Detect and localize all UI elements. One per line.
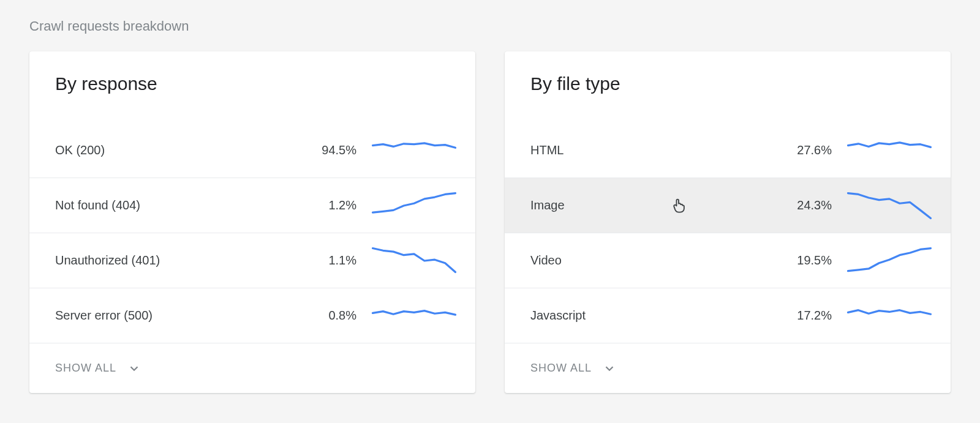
chevron-down-icon bbox=[603, 362, 616, 375]
show-all-label: SHOW ALL bbox=[530, 362, 592, 375]
row-label: Server error (500) bbox=[55, 309, 289, 323]
card-title-by-file-type: By file type bbox=[505, 51, 951, 122]
row-pct: 94.5% bbox=[289, 143, 356, 157]
show-all-button[interactable]: SHOW ALL bbox=[29, 343, 475, 393]
row-label: Not found (404) bbox=[55, 198, 289, 212]
row-pct: 19.5% bbox=[764, 253, 832, 268]
cards-container: By response OK (200) 94.5% Not found (40… bbox=[29, 51, 951, 393]
page-title: Crawl requests breakdown bbox=[29, 18, 951, 34]
sparkline-icon bbox=[846, 132, 932, 168]
row-label: Javascript bbox=[530, 309, 764, 323]
row-html[interactable]: HTML 27.6% bbox=[505, 122, 951, 178]
card-by-response: By response OK (200) 94.5% Not found (40… bbox=[29, 51, 475, 393]
sparkline-icon bbox=[846, 298, 932, 334]
row-pct: 17.2% bbox=[764, 309, 832, 323]
sparkline-icon bbox=[846, 242, 932, 279]
show-all-label: SHOW ALL bbox=[55, 362, 116, 375]
sparkline-icon bbox=[371, 187, 457, 224]
card-by-file-type: By file type HTML 27.6% Image 24.3% Vide… bbox=[505, 51, 951, 393]
row-image[interactable]: Image 24.3% bbox=[505, 178, 951, 233]
row-ok-200[interactable]: OK (200) 94.5% bbox=[29, 122, 475, 178]
row-label: OK (200) bbox=[55, 143, 289, 157]
row-server-error-500[interactable]: Server error (500) 0.8% bbox=[29, 288, 475, 343]
row-unauthorized-401[interactable]: Unauthorized (401) 1.1% bbox=[29, 233, 475, 288]
chevron-down-icon bbox=[127, 362, 141, 375]
row-label: Unauthorized (401) bbox=[55, 253, 289, 268]
row-not-found-404[interactable]: Not found (404) 1.2% bbox=[29, 178, 475, 233]
row-label: Image bbox=[530, 198, 764, 212]
row-pct: 0.8% bbox=[289, 309, 356, 323]
row-pct: 24.3% bbox=[764, 198, 832, 212]
row-label: HTML bbox=[530, 143, 764, 157]
sparkline-icon bbox=[371, 298, 457, 334]
sparkline-icon bbox=[371, 242, 457, 279]
row-javascript[interactable]: Javascript 17.2% bbox=[505, 288, 951, 343]
row-pct: 1.1% bbox=[289, 253, 356, 268]
row-pct: 1.2% bbox=[289, 198, 356, 212]
row-pct: 27.6% bbox=[764, 143, 832, 157]
sparkline-icon bbox=[371, 132, 457, 168]
show-all-button[interactable]: SHOW ALL bbox=[505, 343, 951, 393]
sparkline-icon bbox=[846, 187, 932, 224]
row-video[interactable]: Video 19.5% bbox=[505, 233, 951, 288]
row-label: Video bbox=[530, 253, 764, 268]
card-title-by-response: By response bbox=[29, 51, 475, 122]
